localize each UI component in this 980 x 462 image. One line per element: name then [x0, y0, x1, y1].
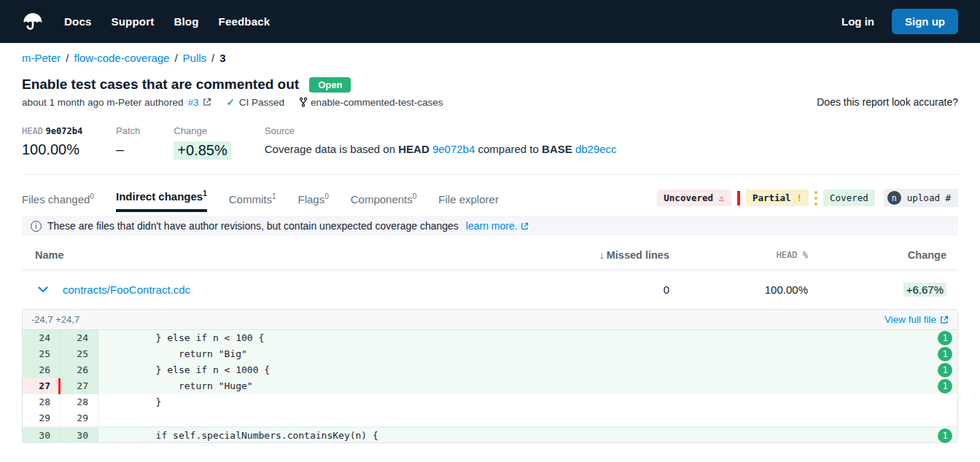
nav-link-support[interactable]: Support: [111, 15, 154, 28]
missed-lines-value: 0: [513, 283, 681, 296]
tab-files-changed[interactable]: Files changed0: [22, 192, 94, 212]
stat-source: Source Coverage data is based on HEAD 9e…: [265, 125, 617, 155]
column-header-head-pct[interactable]: HEAD %: [681, 250, 820, 260]
code-text: return "Big": [98, 346, 957, 362]
tab-label: Components: [351, 193, 413, 205]
new-line-number: 30: [61, 428, 98, 442]
tab-commits[interactable]: Commits1: [229, 192, 276, 212]
status-badge: Open: [309, 77, 351, 93]
meta-left: about 1 month ago m-Peter authored #3 ✓ …: [22, 96, 443, 108]
pr-number-link[interactable]: #3: [187, 97, 198, 108]
change-label: Change: [174, 125, 230, 136]
legend-partial-label: Partial: [752, 192, 791, 203]
code-text: if self.specialNumbers.containsKey(n) {: [98, 428, 957, 442]
file-link[interactable]: contracts/FooContract.cdc: [63, 283, 190, 296]
nav-links: Docs Support Blog Feedback: [64, 15, 270, 28]
signup-button[interactable]: Sign up: [892, 9, 958, 34]
branch-name: enable-commented-test-cases: [311, 97, 443, 108]
column-header-missed-lines[interactable]: ↓Missed lines: [513, 249, 681, 261]
old-line-number: 30: [23, 428, 61, 442]
breadcrumb-repo[interactable]: flow-code-coverage: [74, 52, 170, 64]
nav-link-blog[interactable]: Blog: [174, 15, 198, 28]
source-text-part1: Coverage data is based on: [265, 143, 395, 155]
info-icon: i: [31, 221, 42, 232]
code-text: return "Huge": [98, 378, 957, 394]
change-value-cell: +6.67%: [820, 283, 958, 296]
source-base-sha-link[interactable]: db29ecc: [575, 143, 617, 155]
breadcrumb: m-Peter / flow-code-coverage / Pulls / 3: [22, 52, 958, 64]
breadcrumb-separator: /: [211, 52, 214, 64]
check-icon: ✓: [226, 96, 234, 108]
tab-file-explorer[interactable]: File explorer: [438, 193, 499, 212]
nav-link-docs[interactable]: Docs: [64, 15, 91, 28]
chevron-down-icon[interactable]: [38, 286, 48, 293]
head-sha: 9e072b4: [46, 126, 83, 136]
tab-indirect-changes[interactable]: Indirect changes1: [116, 189, 207, 212]
view-full-file-link[interactable]: View full file: [884, 314, 949, 325]
upload-coverage-badge[interactable]: 1: [938, 379, 952, 394]
upload-coverage-badge[interactable]: 1: [938, 428, 952, 443]
tab-label: Files changed: [22, 193, 90, 205]
upload-count-icon: n: [887, 191, 901, 205]
nav-link-feedback[interactable]: Feedback: [219, 15, 271, 28]
branch-wrap: enable-commented-test-cases: [299, 97, 443, 108]
tabs-row: Files changed0 Indirect changes1 Commits…: [22, 189, 958, 212]
source-text-part2: compared to: [478, 143, 538, 155]
git-branch-icon: [299, 97, 308, 107]
old-line-number: 26: [23, 362, 61, 378]
new-line-number: 24: [61, 330, 98, 346]
code-line: 28 28 }: [23, 394, 957, 410]
tab-count: 0: [90, 192, 94, 200]
code-line: 27 27 return "Huge" 1: [23, 378, 957, 394]
head-label: HEAD: [22, 126, 43, 136]
ci-status-text: CI Passed: [239, 97, 284, 108]
code-text: } else if n < 1000 {: [98, 362, 957, 378]
old-line-number: 28: [23, 394, 61, 410]
legend-uncovered: Uncovered ⚠: [657, 189, 731, 206]
breadcrumb-separator: /: [174, 52, 177, 64]
tab-flags[interactable]: Flags0: [298, 192, 328, 212]
view-full-file-label: View full file: [884, 314, 936, 325]
report-accuracy-link[interactable]: Does this report look accurate?: [817, 96, 958, 108]
nav-right: Log in Sign up: [841, 9, 958, 34]
source-base-label: BASE: [542, 143, 572, 155]
tab-label: File explorer: [438, 193, 499, 205]
legend-covered: Covered: [823, 189, 875, 206]
stat-change: Change +0.85%: [174, 125, 230, 160]
source-head-label: HEAD: [398, 143, 429, 155]
old-line-number: 25: [23, 346, 61, 362]
new-line-number: 28: [61, 394, 98, 410]
tab-label: Indirect changes: [116, 190, 203, 203]
breadcrumb-pulls[interactable]: Pulls: [183, 52, 207, 64]
login-link[interactable]: Log in: [841, 15, 874, 28]
coverage-legend: Uncovered ⚠ Partial ! Covered n upload #: [657, 189, 958, 212]
info-banner: i These are files that didn't have autho…: [22, 216, 958, 236]
upload-coverage-badge[interactable]: 1: [938, 347, 952, 361]
learn-more-link[interactable]: learn more.: [466, 220, 529, 232]
learn-more-label: learn more.: [466, 220, 518, 232]
column-header-change[interactable]: Change: [820, 249, 958, 261]
upload-legend[interactable]: n upload #: [884, 189, 958, 207]
breadcrumb-owner[interactable]: m-Peter: [22, 52, 61, 64]
upload-coverage-badge[interactable]: 1: [938, 363, 952, 377]
meta-row: about 1 month ago m-Peter authored #3 ✓ …: [22, 96, 958, 108]
tab-components[interactable]: Components0: [351, 192, 417, 212]
stat-patch: Patch –: [116, 125, 140, 158]
hunk-header: -24,7 +24,7: [31, 314, 79, 325]
upload-coverage-badge[interactable]: 1: [938, 331, 952, 345]
upload-label: upload #: [907, 192, 951, 203]
tab-count: 1: [203, 189, 207, 197]
uncovered-bar: [737, 191, 740, 205]
codecov-logo[interactable]: [22, 12, 44, 31]
umbrella-icon: [22, 12, 44, 31]
column-header-name[interactable]: Name: [22, 249, 513, 261]
external-link-icon: [521, 222, 529, 230]
code-text: }: [98, 394, 957, 410]
new-line-number: 29: [61, 410, 98, 426]
tab-label: Commits: [229, 193, 272, 205]
source-head-sha-link[interactable]: 9e072b4: [432, 143, 475, 155]
diff-header: -24,7 +24,7 View full file: [23, 310, 957, 330]
external-link-icon[interactable]: [203, 98, 211, 106]
legend-uncovered-label: Uncovered: [664, 192, 713, 203]
stats-row: HEAD 9e072b4 100.00% Patch – Change +0.8…: [22, 125, 958, 175]
